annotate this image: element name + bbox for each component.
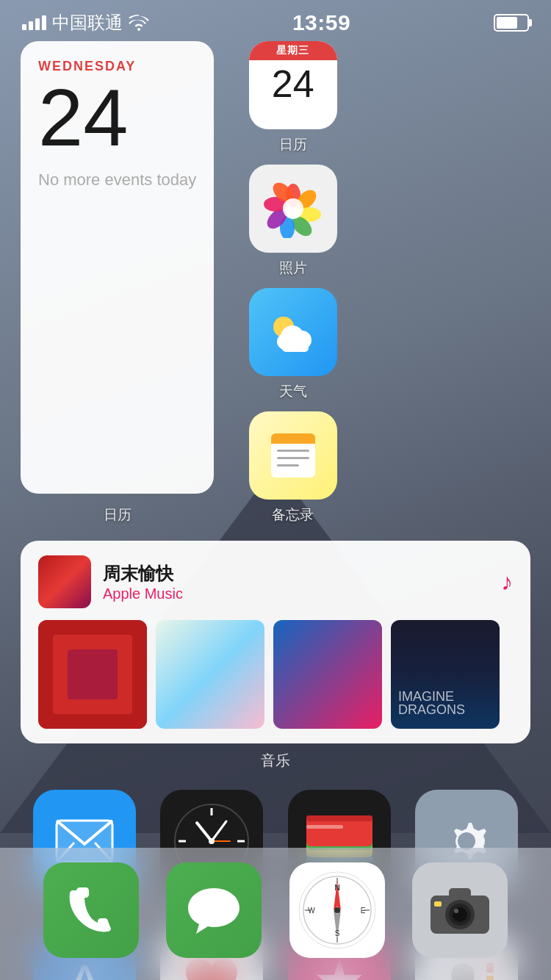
- signal-bars: [22, 15, 46, 30]
- svg-text:DRAGONS: DRAGONS: [398, 702, 465, 717]
- music-text: 周末愉快 Apple Music: [103, 562, 183, 602]
- svg-point-38: [209, 838, 215, 844]
- safari-dock-container[interactable]: N S E W: [289, 862, 385, 958]
- svg-rect-22: [68, 649, 118, 699]
- weather-svg: [262, 306, 324, 358]
- status-time: 13:59: [292, 10, 350, 35]
- music-subtitle: Apple Music: [103, 586, 183, 602]
- svg-rect-16: [271, 438, 315, 444]
- svg-rect-19: [277, 464, 299, 466]
- svg-rect-76: [449, 888, 471, 898]
- music-widget-label: 音乐: [21, 751, 530, 771]
- music-title: 周末愉快: [103, 562, 183, 586]
- calendar-widget-large[interactable]: WEDNESDAY 24 No more events today: [21, 41, 214, 494]
- cal-no-events: No more events today: [38, 170, 196, 191]
- battery-fill: [497, 17, 517, 29]
- cal-small-header: 星期三: [249, 41, 337, 60]
- music-widget[interactable]: 周末愉快 Apple Music ♪: [21, 541, 530, 743]
- svg-text:S: S: [334, 929, 339, 937]
- svg-rect-43: [306, 815, 372, 821]
- svg-point-75: [454, 909, 458, 913]
- weather-label: 天气: [279, 382, 307, 401]
- svg-rect-77: [434, 901, 442, 907]
- carrier-label: 中国联通: [52, 11, 123, 35]
- safari-svg: N S E W: [297, 870, 378, 951]
- music-info: 周末愉快 Apple Music: [38, 555, 183, 608]
- svg-text:N: N: [334, 884, 339, 892]
- notes-container[interactable]: 备忘录: [228, 411, 357, 525]
- weather-icon[interactable]: [249, 288, 337, 376]
- top-widgets-row: WEDNESDAY 24 No more events today 日历 星期三…: [21, 41, 530, 525]
- camera-icon[interactable]: [412, 862, 508, 958]
- calendar-small-label: 日历: [279, 135, 307, 154]
- phone-icon[interactable]: [43, 862, 139, 958]
- music-thumb-3[interactable]: [273, 620, 382, 729]
- photos-container[interactable]: 照片: [228, 165, 357, 278]
- main-content: WEDNESDAY 24 No more events today 日历 星期三…: [0, 41, 551, 980]
- svg-point-8: [283, 198, 303, 219]
- music-thumbnails: IMAGINE DRAGONS: [38, 620, 513, 729]
- svg-rect-17: [277, 450, 309, 452]
- right-col: 星期三 24 日历: [228, 41, 357, 525]
- music-widget-wrapper: 周末愉快 Apple Music ♪: [21, 541, 530, 771]
- messages-icon[interactable]: [166, 862, 262, 958]
- music-thumb-4[interactable]: IMAGINE DRAGONS: [391, 620, 500, 729]
- status-bar: 中国联通 13:59: [0, 0, 551, 41]
- svg-text:IMAGINE: IMAGINE: [398, 689, 454, 704]
- notes-svg: [264, 426, 323, 485]
- weather-container[interactable]: 天气: [228, 288, 357, 401]
- cal-date-large: 24: [38, 77, 196, 158]
- messages-svg: [184, 881, 243, 940]
- music-thumb-1[interactable]: [38, 620, 147, 729]
- photos-icon[interactable]: [249, 165, 337, 253]
- svg-rect-44: [306, 825, 343, 829]
- messages-dock-container[interactable]: [166, 862, 262, 958]
- calendar-small-icon[interactable]: 星期三 24: [249, 41, 337, 129]
- wifi-icon: [129, 15, 149, 31]
- calendar-widget-label: 日历: [104, 505, 132, 525]
- music-note-icon: ♪: [501, 569, 513, 596]
- calendar-widget-container[interactable]: WEDNESDAY 24 No more events today 日历: [21, 41, 214, 525]
- photos-flower-svg: [264, 179, 323, 238]
- svg-text:W: W: [308, 907, 315, 915]
- svg-point-66: [334, 907, 340, 913]
- status-left: 中国联通: [22, 11, 149, 35]
- camera-svg: [427, 881, 493, 940]
- safari-icon[interactable]: N S E W: [289, 862, 385, 958]
- music-thumb-2[interactable]: [156, 620, 264, 729]
- svg-rect-18: [277, 457, 309, 459]
- camera-dock-container[interactable]: [412, 862, 508, 958]
- phone-dock-container[interactable]: [43, 862, 139, 958]
- battery-icon: [494, 14, 529, 32]
- cal-small-date: 24: [249, 65, 337, 103]
- dock: N S E W: [0, 848, 551, 980]
- phone-svg: [65, 884, 117, 936]
- svg-rect-13: [282, 345, 309, 352]
- notes-icon[interactable]: [249, 411, 337, 500]
- svg-text:E: E: [360, 907, 365, 915]
- music-album-art: [38, 555, 91, 608]
- music-widget-header: 周末愉快 Apple Music ♪: [38, 555, 513, 608]
- notes-label: 备忘录: [272, 505, 314, 525]
- photos-label: 照片: [279, 259, 307, 278]
- calendar-small-container[interactable]: 星期三 24 日历: [228, 41, 357, 154]
